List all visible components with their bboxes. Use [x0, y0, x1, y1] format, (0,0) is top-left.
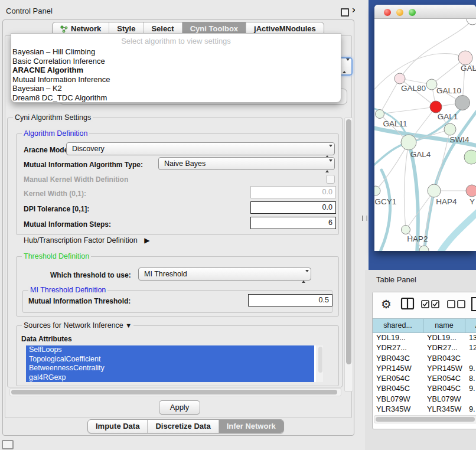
- collapse-down-icon[interactable]: ▼: [125, 322, 132, 329]
- settings-horizontal-scrollbar[interactable]: [9, 388, 341, 396]
- zoom-traffic-icon[interactable]: [409, 9, 416, 16]
- column-header-name[interactable]: name: [423, 319, 465, 332]
- table-cell[interactable]: YIL052C: [423, 414, 465, 415]
- algorithm-option[interactable]: Mutual Information Inference: [11, 75, 341, 84]
- data-attribute-item[interactable]: SelfLoops: [26, 345, 314, 355]
- table-cell[interactable]: YDR27...: [423, 343, 465, 353]
- dpi-tolerance-field[interactable]: 0.0: [250, 201, 336, 214]
- table-horizontal-scrollbar[interactable]: [374, 415, 476, 423]
- data-attribute-item[interactable]: TopologicalCoefficient: [26, 355, 314, 364]
- table-row[interactable]: YPR145WYPR145W9.: [373, 363, 476, 373]
- network-node[interactable]: [464, 150, 476, 164]
- table-cell[interactable]: 9.: [465, 414, 476, 415]
- network-node[interactable]: [374, 186, 380, 195]
- table-cell[interactable]: YDL19...: [373, 332, 423, 343]
- split-columns-icon[interactable]: [400, 297, 415, 310]
- tab-infer-network[interactable]: Infer Network: [219, 420, 283, 433]
- algorithm-option[interactable]: Dream8 DC_TDC Algorithm: [11, 93, 341, 103]
- network-window[interactable]: GALGAL80GAL10GAL1GAL11SWI4GAL4GCY1HAP4YH…: [374, 5, 476, 251]
- table-cell[interactable]: 12: [465, 343, 476, 353]
- column-header-clipped[interactable]: A: [465, 319, 476, 332]
- table-cell[interactable]: YIL052C: [373, 414, 423, 415]
- settings-horizontal-thumb[interactable]: [11, 390, 337, 394]
- network-node[interactable]: [444, 123, 456, 135]
- attr-list-scroll-thumb[interactable]: [318, 347, 322, 373]
- apply-button[interactable]: Apply: [159, 400, 200, 415]
- data-attribute-item[interactable]: gal4RGexp: [26, 373, 314, 383]
- close-traffic-icon[interactable]: [384, 9, 391, 16]
- algorithm-option[interactable]: ARACNE Algorithm: [11, 66, 341, 75]
- file-icon[interactable]: [471, 296, 476, 312]
- deselect-all-icon[interactable]: [447, 300, 466, 308]
- table-cell[interactable]: YDL19...: [423, 332, 465, 343]
- table-cell[interactable]: YBL079W: [373, 394, 423, 404]
- network-node[interactable]: [395, 73, 405, 84]
- network-node[interactable]: [428, 184, 441, 197]
- table-row[interactable]: YDL19...YDL19...13: [373, 332, 476, 343]
- splitter-handle[interactable]: [362, 216, 367, 221]
- table-cell[interactable]: YBR043C: [423, 353, 465, 363]
- column-header-shared-name[interactable]: shared...: [373, 319, 423, 332]
- network-node[interactable]: [401, 135, 416, 150]
- table-cell[interactable]: YPR145W: [373, 363, 423, 373]
- table-cell[interactable]: 8.: [465, 373, 476, 383]
- float-window-icon[interactable]: [341, 8, 349, 17]
- network-node[interactable]: [466, 185, 476, 197]
- attr-list-scrollbar[interactable]: [317, 345, 323, 382]
- table-row[interactable]: YIL052CYIL052C9.: [373, 414, 476, 415]
- table-cell[interactable]: 9.: [465, 404, 476, 414]
- network-node[interactable]: [458, 51, 472, 65]
- minimize-traffic-icon[interactable]: [396, 9, 403, 16]
- table-row[interactable]: YDR27...YDR27...12: [373, 343, 476, 353]
- network-node[interactable]: [402, 226, 410, 234]
- table-row[interactable]: YBR045CYBR045C9.: [373, 383, 476, 393]
- algorithm-option[interactable]: Bayesian – K2: [11, 84, 341, 93]
- table-cell[interactable]: YBR045C: [373, 383, 423, 393]
- table-cell[interactable]: YBR043C: [373, 353, 423, 363]
- table-cell[interactable]: YPR145W: [423, 363, 465, 373]
- tab-impute-data[interactable]: Impute Data: [88, 420, 147, 433]
- table-horizontal-thumb[interactable]: [376, 417, 475, 422]
- data-attribute-item[interactable]: BetweennessCentrality: [26, 364, 314, 373]
- table-row[interactable]: YER054CYER054C8.: [373, 373, 476, 383]
- mi-type-combobox[interactable]: Naive Bayes: [158, 157, 335, 170]
- collapsed-panel-icon[interactable]: [2, 440, 14, 449]
- network-node[interactable]: [376, 110, 384, 119]
- gear-icon[interactable]: ⚙: [381, 297, 392, 311]
- algorithm-option[interactable]: Basic Correlation Inference: [11, 57, 341, 66]
- algorithm-option[interactable]: Bayesian – Hill Climbing: [11, 47, 341, 57]
- which-threshold-combobox[interactable]: MI Threshold: [138, 268, 311, 281]
- table-row[interactable]: YBR043CYBR043C: [373, 353, 476, 363]
- table-cell[interactable]: YER054C: [373, 373, 423, 383]
- network-node[interactable]: [426, 79, 437, 90]
- table-cell[interactable]: YBL079W: [423, 394, 465, 404]
- network-node[interactable]: [430, 101, 442, 113]
- table-row[interactable]: YLR345WYLR345W9.: [373, 404, 476, 414]
- mi-steps-field[interactable]: 6: [250, 217, 336, 229]
- kernel-width-field[interactable]: 0.0: [250, 186, 336, 198]
- table-cell[interactable]: 13: [465, 332, 476, 343]
- aracne-mode-combobox[interactable]: Discovery: [66, 142, 335, 155]
- hub-definition-toggle[interactable]: Hub/Transcription Factor Definition ▶: [24, 236, 149, 244]
- tab-discretize-data[interactable]: Discretize Data: [147, 420, 218, 433]
- table-row[interactable]: YBL079WYBL079W: [373, 394, 476, 404]
- network-node[interactable]: [455, 96, 470, 110]
- table-cell[interactable]: [465, 353, 476, 363]
- network-canvas[interactable]: GALGAL80GAL10GAL1GAL11SWI4GAL4GCY1HAP4YH…: [374, 19, 476, 251]
- threshold-definition-title: Threshold Definition: [22, 252, 91, 260]
- select-all-icon[interactable]: [421, 300, 440, 308]
- mi-threshold-field[interactable]: 0.5: [248, 294, 332, 306]
- table-cell[interactable]: 9.: [465, 383, 476, 393]
- table-cell[interactable]: YER054C: [423, 373, 465, 383]
- table-cell[interactable]: YDR27...: [373, 343, 423, 353]
- table-cell[interactable]: YBR045C: [423, 383, 465, 393]
- table-cell[interactable]: YLR345W: [423, 404, 465, 414]
- data-attributes-list[interactable]: SelfLoopsTopologicalCoefficientBetweenne…: [26, 345, 323, 382]
- manual-kernel-checkbox[interactable]: [326, 175, 335, 184]
- table-cell[interactable]: [465, 394, 476, 404]
- settings-vertical-scrollbar[interactable]: [344, 118, 353, 392]
- network-window-titlebar[interactable]: [374, 5, 476, 19]
- settings-vertical-thumb[interactable]: [346, 119, 351, 364]
- table-cell[interactable]: 9.: [465, 363, 476, 373]
- table-cell[interactable]: YLR345W: [373, 404, 423, 414]
